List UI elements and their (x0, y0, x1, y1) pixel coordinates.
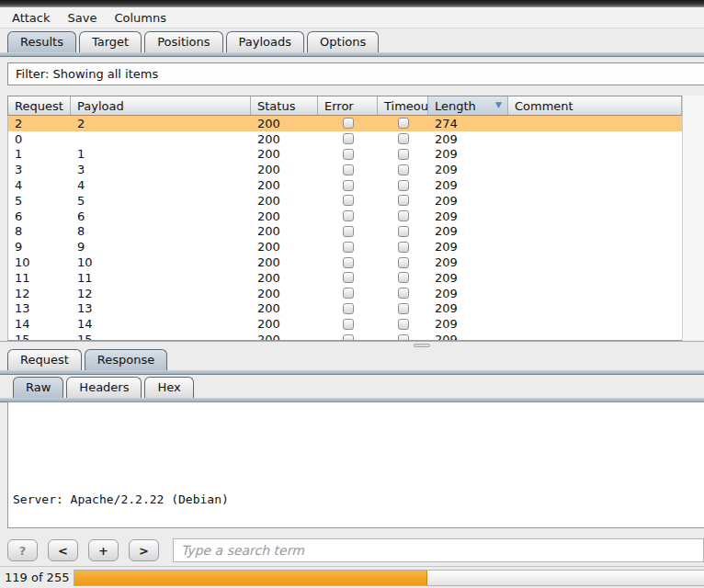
tab-target[interactable]: Target (79, 31, 142, 52)
cell-payload: 3 (71, 162, 251, 177)
cell-comment (508, 147, 682, 163)
cell-request: 3 (8, 162, 71, 177)
cell-status: 200 (251, 332, 318, 341)
table-row[interactable]: 0 200 209 (8, 131, 682, 147)
search-input[interactable] (173, 538, 704, 562)
cell-comment (508, 286, 682, 301)
attack-progress-bar (74, 570, 704, 586)
cell-timeout (378, 116, 428, 131)
column-label: Request (15, 99, 63, 113)
column-header-length[interactable]: Length ▼ (428, 96, 508, 115)
cell-timeout (378, 254, 428, 270)
splitter-handle[interactable] (414, 344, 430, 347)
timeout-checkbox (398, 257, 409, 268)
column-header-error[interactable]: Error (318, 96, 378, 115)
menu-item-save[interactable]: Save (65, 9, 100, 27)
window-top-edge (0, 0, 704, 7)
tab-payloads[interactable]: Payloads (226, 31, 304, 52)
tab-request[interactable]: Request (7, 349, 82, 370)
cell-payload: 11 (71, 270, 251, 286)
cell-length: 209 (428, 316, 508, 332)
tab-results[interactable]: Results (7, 31, 76, 52)
tab-raw[interactable]: Raw (13, 377, 63, 398)
cell-status: 200 (251, 224, 318, 240)
cell-request: 14 (8, 316, 71, 332)
table-row[interactable]: 2 2 200 274 (8, 116, 682, 131)
cell-error (318, 131, 378, 147)
table-row[interactable]: 12 12 200 209 (8, 286, 682, 301)
cell-comment (508, 224, 682, 240)
cell-comment (508, 131, 682, 147)
cell-comment (508, 193, 682, 209)
table-vertical-scrollbar[interactable] (682, 96, 704, 341)
cell-length: 209 (428, 193, 508, 209)
search-add-button[interactable]: + (88, 539, 119, 561)
cell-timeout (378, 316, 428, 332)
table-row[interactable]: 6 6 200 209 (8, 209, 682, 224)
error-checkbox (343, 272, 354, 283)
cell-length: 209 (428, 301, 508, 317)
response-header-lines: Server: Apache/2.2.22 (Debian) X-Powered… (13, 435, 704, 528)
cell-payload: 15 (71, 332, 251, 341)
table-row[interactable]: 3 3 200 209 (8, 162, 682, 177)
tab-response[interactable]: Response (85, 349, 167, 370)
error-checkbox (343, 118, 354, 129)
pane-splitter[interactable] (0, 341, 704, 348)
cell-length: 209 (428, 254, 508, 270)
cell-error (318, 254, 378, 270)
cell-request: 12 (8, 286, 71, 301)
table-row[interactable]: 8 8 200 209 (8, 224, 682, 240)
cell-payload: 6 (71, 209, 251, 224)
table-row[interactable]: 14 14 200 209 (8, 316, 682, 332)
menu-item-columns[interactable]: Columns (111, 9, 169, 27)
timeout-checkbox (398, 180, 409, 191)
cell-timeout (378, 209, 428, 224)
tab-options[interactable]: Options (307, 31, 379, 52)
error-checkbox (343, 195, 354, 206)
tab-headers[interactable]: Headers (66, 377, 142, 398)
table-row[interactable]: 9 9 200 209 (8, 239, 682, 254)
sort-descending-icon: ▼ (495, 100, 502, 109)
table-row[interactable]: 4 4 200 209 (8, 177, 682, 193)
response-line: Server: Apache/2.2.22 (Debian) (13, 492, 704, 507)
search-next-button[interactable]: > (129, 539, 159, 561)
cell-length: 209 (428, 162, 508, 177)
cell-status: 200 (251, 177, 318, 193)
menu-item-attack[interactable]: Attack (9, 9, 53, 27)
table-row[interactable]: 10 10 200 209 (8, 254, 682, 270)
table-row[interactable]: 13 13 200 209 (8, 301, 682, 317)
column-header-timeout[interactable]: Timeout (378, 96, 428, 115)
cell-length: 274 (428, 116, 508, 131)
cell-length: 209 (428, 239, 508, 254)
cell-timeout (378, 286, 428, 301)
cell-timeout (378, 162, 428, 177)
progress-count-label: 119 of 255 (0, 571, 74, 584)
search-previous-button[interactable]: < (48, 539, 78, 561)
timeout-checkbox (398, 149, 409, 160)
table-row[interactable]: 1 1 200 209 (8, 147, 682, 163)
cell-request: 8 (8, 224, 71, 240)
column-header-comment[interactable]: Comment (508, 96, 682, 115)
cell-status: 200 (251, 239, 318, 254)
error-checkbox (343, 319, 354, 330)
filter-bar[interactable]: Filter: Showing all items (7, 62, 704, 85)
table-row[interactable]: 15 15 200 209 (8, 332, 682, 341)
cell-status: 200 (251, 193, 318, 209)
error-checkbox (343, 180, 354, 191)
cell-timeout (378, 270, 428, 286)
column-header-status[interactable]: Status (251, 96, 318, 115)
burp-intruder-window: Attack Save Columns Results Target Posit… (0, 0, 704, 588)
tab-hex[interactable]: Hex (144, 377, 193, 398)
cell-comment (508, 116, 682, 131)
column-header-payload[interactable]: Payload (71, 96, 251, 115)
search-help-button[interactable]: ? (7, 539, 38, 561)
table-row[interactable]: 11 11 200 209 (8, 270, 682, 286)
progress-fill (74, 571, 427, 585)
cell-timeout (378, 301, 428, 317)
column-header-request[interactable]: Request (8, 96, 71, 115)
cell-payload: 13 (71, 301, 251, 317)
cell-request: 10 (8, 254, 71, 270)
tab-positions[interactable]: Positions (144, 31, 222, 52)
table-row[interactable]: 5 5 200 209 (8, 193, 682, 209)
cell-error (318, 286, 378, 301)
